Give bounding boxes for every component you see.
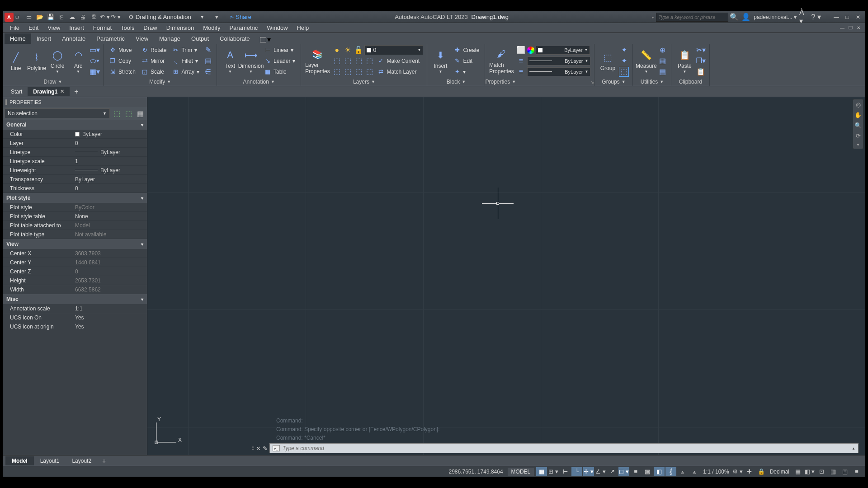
prop-linetype[interactable]: LinetypeByLayer <box>3 148 147 157</box>
nav-zoom-icon[interactable]: 🔍 <box>854 122 862 129</box>
menu-insert[interactable]: Insert <box>65 23 89 32</box>
save-icon[interactable]: 💾 <box>46 12 56 22</box>
group-button[interactable]: ⬚Group <box>597 45 618 77</box>
cat-general[interactable]: General▾ <box>3 120 147 130</box>
ungroup-icon[interactable]: ✦ <box>619 45 629 55</box>
layer-bulb-icon[interactable]: ● <box>332 45 342 55</box>
mdi-minimize-button[interactable]: — <box>838 24 846 32</box>
dimension-button[interactable]: ⟼Dimension▼ <box>241 45 261 77</box>
tab-start[interactable]: Start <box>5 87 28 96</box>
linetype-combo[interactable]: ByLayer▼ <box>527 67 590 76</box>
rotate-button[interactable]: ↻Rotate <box>139 45 168 55</box>
rectangle-icon[interactable]: ▭▾ <box>90 45 99 55</box>
layer-properties-button[interactable]: 📚Layer Properties <box>304 45 331 77</box>
prop-width[interactable]: Width6632.5862 <box>3 285 147 294</box>
cat-view[interactable]: View▾ <box>3 239 147 249</box>
layer-on-icon[interactable]: ⬚ <box>332 67 342 77</box>
layout-layout2[interactable]: Layout2 <box>66 456 98 465</box>
quick-props-icon[interactable]: ▤ <box>793 467 803 476</box>
menu-parametric[interactable]: Parametric <box>225 23 262 32</box>
tab-manage[interactable]: Manage <box>154 33 186 44</box>
create-block-button[interactable]: ✚Create <box>452 45 481 55</box>
clean-screen-icon[interactable]: ◰ <box>840 467 850 476</box>
tab-collaborate[interactable]: Collaborate <box>214 33 255 44</box>
autoscale-toggle-icon[interactable]: ⟁ <box>677 467 688 476</box>
layout-model[interactable]: Model <box>5 456 34 465</box>
qat-dropdown-icon[interactable]: ▾ <box>212 12 222 22</box>
nav-pan-icon[interactable]: ✋ <box>854 112 862 118</box>
menu-view[interactable]: View <box>43 23 65 32</box>
menu-help[interactable]: Help <box>292 23 314 32</box>
menu-file[interactable]: File <box>5 23 24 32</box>
circle-button[interactable]: ◯Circle▼ <box>47 45 68 77</box>
match-properties-button[interactable]: 🖌Match Properties <box>488 45 515 77</box>
block-attr-button[interactable]: ✦▾ <box>452 67 481 77</box>
tab-home[interactable]: Home <box>5 33 31 44</box>
menu-tools[interactable]: Tools <box>116 23 139 32</box>
fillet-button[interactable]: ◟Fillet ▾ <box>170 56 201 66</box>
group-edit-icon[interactable]: ✦ <box>619 56 629 66</box>
search-icon[interactable]: 🔍 <box>729 12 739 22</box>
infocenter-search-input[interactable] <box>656 13 728 22</box>
maximize-button[interactable]: □ <box>842 13 852 21</box>
annoscale-icon[interactable]: ⟁ <box>689 467 700 476</box>
select-objects-icon[interactable]: ⬚ <box>123 108 133 118</box>
lineweight-combo[interactable]: ByLayer▼ <box>527 56 590 66</box>
util-3-icon[interactable]: ▤ <box>657 67 667 77</box>
redo-icon[interactable]: ↷ ▾ <box>111 12 121 22</box>
osnap-toggle-icon[interactable]: ◻ ▾ <box>618 467 629 476</box>
prop-transparency[interactable]: TransparencyByLayer <box>3 175 147 184</box>
menu-format[interactable]: Format <box>89 23 116 32</box>
nav-dd-icon[interactable]: ▼ <box>856 143 860 147</box>
prop-plotstyle-table[interactable]: Plot style tableNone <box>3 212 147 221</box>
scale-readout[interactable]: 1:1 / 100% <box>703 469 729 475</box>
prop-annoscale[interactable]: Annotation scale1:1 <box>3 304 147 313</box>
arc-button[interactable]: ◠Arc▼ <box>68 45 89 77</box>
help-icon[interactable]: ? ▾ <box>811 12 821 22</box>
polyline-button[interactable]: ⌇Polyline <box>26 45 47 77</box>
grid-toggle-icon[interactable]: ▦ <box>536 467 547 476</box>
annomon-toggle-icon[interactable]: 𝄞 <box>665 467 676 476</box>
erase-icon[interactable]: ✎ <box>203 45 213 55</box>
move-button[interactable]: ✥Move <box>107 45 137 55</box>
paste-spec-icon[interactable]: 📋 <box>696 67 706 77</box>
otrack-toggle-icon[interactable]: ↗ <box>607 467 618 476</box>
menu-edit[interactable]: Edit <box>24 23 43 32</box>
user-label[interactable]: padee.innovat... ▾ <box>754 14 797 20</box>
tab-drawing1[interactable]: Drawing1✕ <box>28 87 70 96</box>
layer-frz-icon[interactable]: ⬚ <box>354 56 363 66</box>
share-button[interactable]: ➣ Share <box>229 14 251 20</box>
mirror-button[interactable]: ⮂Mirror <box>139 56 168 66</box>
tab-output[interactable]: Output <box>186 33 214 44</box>
copy-clip-icon[interactable]: ❐▾ <box>696 56 706 66</box>
color-combo[interactable]: ByLayer▼ <box>536 46 590 55</box>
ribbon-appearance-button[interactable]: ▾ <box>260 35 271 44</box>
iso-toggle-icon[interactable]: ∠ ▾ <box>595 467 606 476</box>
paste-button[interactable]: 📋Paste▼ <box>674 45 695 77</box>
add-layout-button[interactable]: + <box>98 457 110 465</box>
layer-off-icon[interactable]: ⬚ <box>332 56 342 66</box>
ortho-toggle-icon[interactable]: └ <box>571 467 582 476</box>
graphics-icon[interactable]: ◧ ▾ <box>804 467 815 476</box>
new-tab-button[interactable]: + <box>70 88 83 96</box>
prop-layer[interactable]: Layer0 <box>3 139 147 148</box>
menu-window[interactable]: Window <box>262 23 292 32</box>
cat-plotstyle[interactable]: Plot style▾ <box>3 193 147 203</box>
layer-thaw-icon[interactable]: ⬚ <box>354 67 363 77</box>
explode-icon[interactable]: ▤ <box>203 56 213 66</box>
trim-button[interactable]: ✂Trim ▾ <box>170 45 201 55</box>
cmd-customize-icon[interactable]: ✎ <box>263 445 268 452</box>
customize-status-icon[interactable]: ≡ <box>851 467 862 476</box>
selection-combo[interactable]: No selection▼ <box>5 108 110 118</box>
mdi-restore-button[interactable]: ❐ <box>846 24 854 32</box>
close-tab-icon[interactable]: ✕ <box>60 89 64 94</box>
nav-orbit-icon[interactable]: ⟳ <box>856 132 861 139</box>
undo-icon[interactable]: ↶ ▾ <box>100 12 110 22</box>
match-layer-button[interactable]: ⇄Match Layer <box>375 67 418 77</box>
app-menu-button[interactable]: A <box>5 13 14 22</box>
saveas-icon[interactable]: ⎘ <box>57 12 66 22</box>
leader-button[interactable]: ↘Leader ▾ <box>262 56 297 66</box>
util-1-icon[interactable]: ⊕ <box>657 45 667 55</box>
linetype-icon[interactable]: ≡ <box>516 67 526 77</box>
insert-button[interactable]: ⬇Insert▼ <box>430 45 451 77</box>
